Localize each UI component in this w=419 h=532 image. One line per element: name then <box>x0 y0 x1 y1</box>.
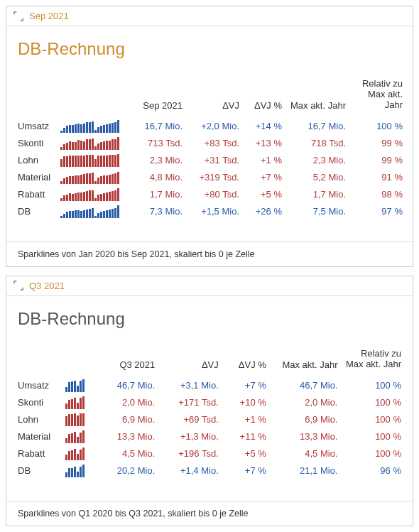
sparkline-cell <box>62 428 102 445</box>
cell-value: 20,2 Mio. <box>102 462 158 479</box>
cell-dvjp: +5 % <box>242 186 285 203</box>
card-period-label: Sep 2021 <box>29 11 69 21</box>
sparkline-cell <box>62 411 102 428</box>
row-label: Material <box>15 428 62 445</box>
row-label: Skonti <box>15 135 58 152</box>
row-label: DB <box>15 462 62 479</box>
row-label: Rabatt <box>15 445 62 462</box>
cell-dvjp: +10 % <box>222 394 269 411</box>
sparkline <box>65 396 99 409</box>
table-row: Umsatz46,7 Mio.+3,1 Mio.+7 %46,7 Mio.100… <box>15 377 404 394</box>
sparkline <box>65 379 99 392</box>
sparkline-cell <box>62 377 102 394</box>
sparkline <box>60 120 133 133</box>
cell-max: 13,3 Mio. <box>269 428 341 445</box>
cell-max: 16,7 Mio. <box>285 118 349 135</box>
cell-rel: 91 % <box>349 169 406 186</box>
sparkline <box>65 413 99 426</box>
sparkline-cell <box>58 186 136 203</box>
table-row: Material4,8 Mio.+319 Tsd.+7 %5,2 Mio.91 … <box>15 169 406 186</box>
table-row: Material13,3 Mio.+1,3 Mio.+11 %13,3 Mio.… <box>15 428 404 445</box>
cell-rel: 99 % <box>349 152 406 169</box>
row-label: DB <box>15 203 58 220</box>
cell-rel: 100 % <box>340 411 404 428</box>
cell-dvj: +1,3 Mio. <box>158 428 221 445</box>
cell-dvjp: +14 % <box>242 118 285 135</box>
db-table-wrap: Q3 2021 ΔVJ ΔVJ % Max akt. Jahr Relativ … <box>6 333 413 501</box>
sparkline-cell <box>58 203 136 220</box>
card-title: DB-Rechnung <box>6 296 413 333</box>
sparkline-cell <box>58 169 136 186</box>
cell-dvjp: +1 % <box>222 411 269 428</box>
table-row: Lohn6,9 Mio.+69 Tsd.+1 %6,9 Mio.100 % <box>15 411 404 428</box>
cell-dvj: +171 Tsd. <box>158 394 221 411</box>
row-label: Skonti <box>15 394 62 411</box>
cell-dvjp: +7 % <box>222 377 269 394</box>
sparkline-cell <box>58 118 136 135</box>
cell-value: 16,7 Mio. <box>136 118 185 135</box>
cell-rel: 96 % <box>340 462 404 479</box>
sparkline <box>65 447 99 460</box>
table-body-1: Umsatz46,7 Mio.+3,1 Mio.+7 %46,7 Mio.100… <box>15 377 404 479</box>
cell-value: 1,7 Mio. <box>136 186 185 203</box>
sparkline <box>60 188 133 201</box>
cell-dvjp: +1 % <box>242 152 285 169</box>
cell-max: 2,3 Mio. <box>285 152 349 169</box>
col-dvjp: ΔVJ % <box>242 76 285 118</box>
row-label: Material <box>15 169 58 186</box>
table-row: Umsatz16,7 Mio.+2,0 Mio.+14 %16,7 Mio.10… <box>15 118 406 135</box>
table-row: Skonti2,0 Mio.+171 Tsd.+10 %2,0 Mio.100 … <box>15 394 404 411</box>
cell-rel: 100 % <box>340 445 404 462</box>
cell-max: 6,9 Mio. <box>269 411 341 428</box>
cell-value: 2,3 Mio. <box>136 152 185 169</box>
table-row: Skonti713 Tsd.+83 Tsd.+13 %718 Tsd.99 % <box>15 135 406 152</box>
db-table: Sep 2021 ΔVJ ΔVJ % Max akt. Jahr Relativ… <box>15 76 406 220</box>
row-label: Rabatt <box>15 186 58 203</box>
card-footnote: Sparklines von Q1 2020 bis Q3 2021, skal… <box>6 501 413 526</box>
db-table: Q3 2021 ΔVJ ΔVJ % Max akt. Jahr Relativ … <box>15 346 404 479</box>
cell-dvjp: +13 % <box>242 135 285 152</box>
col-rel: Relativ zuMax akt. Jahr <box>349 76 406 118</box>
card-header: Q3 2021 <box>6 276 413 296</box>
cell-dvj: +319 Tsd. <box>185 169 242 186</box>
cell-dvj: +1,4 Mio. <box>158 462 221 479</box>
cell-dvj: +31 Tsd. <box>185 152 242 169</box>
cell-max: 718 Tsd. <box>285 135 349 152</box>
db-rechnung-card-quarterly: Q3 2021 DB-Rechnung Q3 2021 ΔVJ ΔVJ % Ma… <box>6 276 413 526</box>
cell-max: 2,0 Mio. <box>269 394 341 411</box>
cell-dvj: +2,0 Mio. <box>185 118 242 135</box>
cell-dvj: +83 Tsd. <box>185 135 242 152</box>
cell-rel: 97 % <box>349 203 406 220</box>
sparkline <box>65 430 99 443</box>
sparkline <box>60 171 133 184</box>
cell-value: 4,8 Mio. <box>136 169 185 186</box>
cell-rel: 100 % <box>340 377 404 394</box>
row-label: Umsatz <box>15 377 62 394</box>
card-period-label: Q3 2021 <box>29 281 65 291</box>
cell-value: 7,3 Mio. <box>136 203 185 220</box>
table-row: Rabatt4,5 Mio.+196 Tsd.+5 %4,5 Mio.100 % <box>15 445 404 462</box>
focus-mode-icon[interactable] <box>13 11 23 21</box>
cell-dvjp: +7 % <box>242 169 285 186</box>
cell-max: 46,7 Mio. <box>269 377 341 394</box>
cell-dvj: +80 Tsd. <box>185 186 242 203</box>
db-table-wrap: Sep 2021 ΔVJ ΔVJ % Max akt. Jahr Relativ… <box>6 63 413 241</box>
cell-value: 2,0 Mio. <box>102 394 158 411</box>
table-row: Rabatt1,7 Mio.+80 Tsd.+5 %1,7 Mio.98 % <box>15 186 406 203</box>
table-row: DB7,3 Mio.+1,5 Mio.+26 %7,5 Mio.97 % <box>15 203 406 220</box>
card-header: Sep 2021 <box>6 6 413 26</box>
db-rechnung-card-monthly: Sep 2021 DB-Rechnung Sep 2021 ΔVJ ΔVJ % … <box>6 6 413 267</box>
cell-dvjp: +26 % <box>242 203 285 220</box>
sparkline-cell <box>58 135 136 152</box>
cell-dvjp: +7 % <box>222 462 269 479</box>
col-period: Q3 2021 <box>102 346 158 377</box>
sparkline <box>60 137 133 150</box>
table-header-row: Q3 2021 ΔVJ ΔVJ % Max akt. Jahr Relativ … <box>15 346 404 377</box>
col-dvj: ΔVJ <box>158 346 221 377</box>
sparkline-cell <box>62 462 102 479</box>
cell-value: 46,7 Mio. <box>102 377 158 394</box>
focus-mode-icon[interactable] <box>13 281 23 291</box>
cell-rel: 100 % <box>349 118 406 135</box>
col-period: Sep 2021 <box>136 76 185 118</box>
cell-max: 4,5 Mio. <box>269 445 341 462</box>
